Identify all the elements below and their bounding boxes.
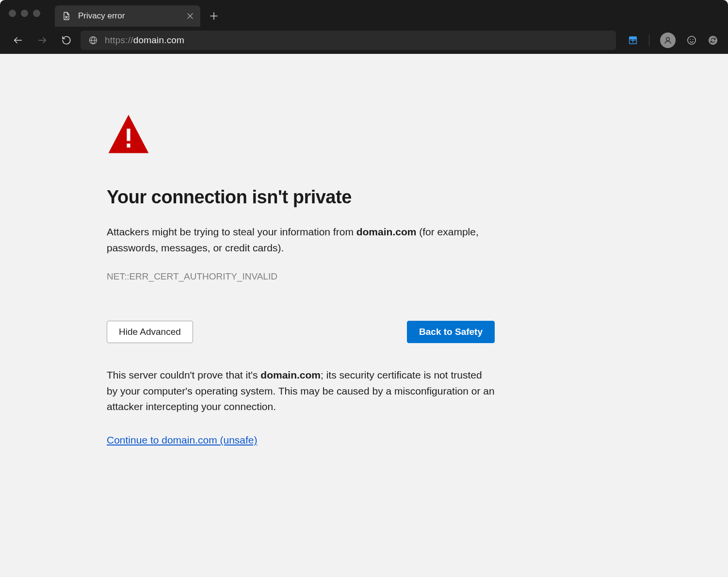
window-close-dot[interactable]	[9, 10, 16, 17]
hide-advanced-button[interactable]: Hide Advanced	[107, 321, 193, 343]
sync-icon[interactable]	[708, 35, 718, 46]
forward-button[interactable]	[37, 35, 48, 46]
url-domain: domain.com	[133, 35, 185, 45]
button-row: Hide Advanced Back to Safety	[107, 321, 495, 343]
titlebar: Privacy error	[0, 0, 728, 27]
svg-rect-2	[630, 37, 637, 40]
back-button[interactable]	[13, 35, 23, 46]
page-title: Your connection isn't private	[107, 187, 495, 208]
window-controls[interactable]	[9, 10, 40, 17]
page-body: Your connection isn't private Attackers …	[0, 54, 728, 446]
svg-point-3	[666, 37, 670, 41]
advanced-description: This server couldn't prove that it's dom…	[107, 367, 495, 415]
tab-active[interactable]: Privacy error	[55, 5, 200, 27]
page-insecure-icon	[62, 11, 71, 21]
warning-icon	[107, 112, 495, 158]
browser-chrome: Privacy error	[0, 0, 728, 54]
address-bar[interactable]: https://domain.com	[81, 31, 616, 50]
advanced-prefix: This server couldn't prove that it's	[107, 369, 260, 380]
reload-button[interactable]	[61, 35, 72, 46]
svg-rect-9	[127, 129, 130, 141]
new-tab-button[interactable]	[204, 12, 224, 20]
error-code: NET::ERR_CERT_AUTHORITY_INVALID	[107, 271, 495, 282]
tab-title: Privacy error	[78, 11, 180, 21]
toolbar-right	[625, 33, 718, 48]
proceed-unsafe-link[interactable]: Continue to domain.com (unsafe)	[107, 434, 258, 445]
svg-point-6	[693, 39, 694, 40]
shield-icon[interactable]	[628, 35, 638, 46]
nav-buttons	[13, 35, 72, 46]
svg-rect-10	[127, 144, 130, 148]
back-to-safety-button[interactable]: Back to Safety	[407, 321, 495, 343]
desc-text-prefix: Attackers might be trying to steal your …	[107, 226, 356, 237]
url-text: https://domain.com	[105, 35, 184, 46]
plus-icon	[210, 12, 218, 20]
toolbar-divider	[649, 34, 649, 46]
toolbar: https://domain.com	[0, 27, 728, 54]
profile-button[interactable]	[660, 33, 676, 48]
window-minimize-dot[interactable]	[21, 10, 28, 17]
svg-point-4	[688, 36, 696, 45]
window-zoom-dot[interactable]	[33, 10, 40, 17]
globe-icon	[88, 35, 98, 45]
warning-description: Attackers might be trying to steal your …	[107, 224, 495, 256]
url-scheme: https://	[105, 35, 133, 45]
feedback-icon[interactable]	[686, 35, 697, 46]
desc-domain: domain.com	[356, 226, 417, 237]
svg-point-7	[709, 36, 717, 45]
error-content: Your connection isn't private Attackers …	[107, 112, 495, 446]
svg-point-5	[690, 39, 691, 40]
close-icon[interactable]	[187, 13, 194, 19]
advanced-domain: domain.com	[260, 369, 321, 380]
